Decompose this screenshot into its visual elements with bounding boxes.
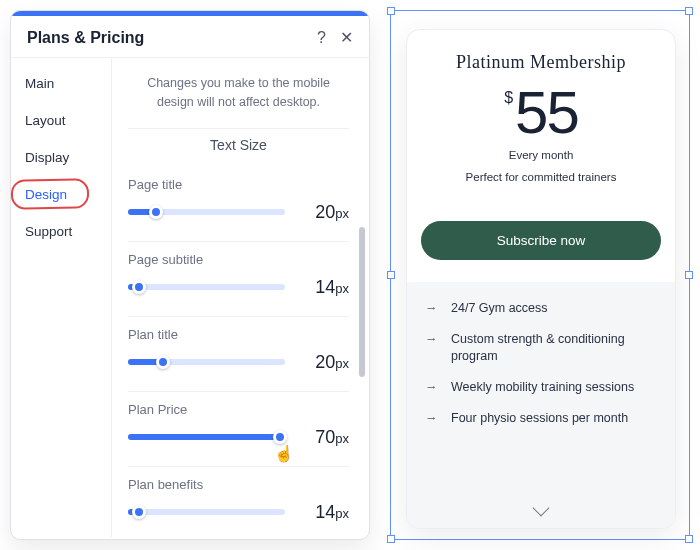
selection-handle[interactable] — [685, 7, 693, 15]
help-icon[interactable]: ? — [317, 29, 326, 47]
feature-item: →Four physio sessions per month — [425, 410, 657, 427]
arrow-right-icon: → — [425, 410, 439, 427]
currency-symbol: $ — [504, 89, 513, 107]
slider-label: Plan title — [128, 327, 349, 342]
panel-title: Plans & Pricing — [27, 29, 144, 47]
text-size-slider[interactable] — [128, 509, 285, 515]
sidebar-item-main[interactable]: Main — [17, 72, 62, 95]
slider-label: Page title — [128, 177, 349, 192]
sidebar-item-support[interactable]: Support — [17, 220, 80, 243]
slider-label: Page subtitle — [128, 252, 349, 267]
slider-value: 70px — [303, 427, 349, 448]
sidebar-item-design[interactable]: Design — [17, 183, 75, 206]
settings-panel: Plans & Pricing ? ✕ Main Layout Display … — [10, 10, 370, 540]
feature-text: 24/7 Gym access — [451, 300, 548, 317]
slider-value: 20px — [303, 352, 349, 373]
text-size-row: Page subtitle 14px — [128, 242, 349, 317]
slider-label: Plan benefits — [128, 477, 349, 492]
plan-title: Platinum Membership — [425, 52, 657, 73]
panel-sidebar: Main Layout Display Design Support — [11, 58, 111, 537]
slider-value: 14px — [303, 502, 349, 523]
selection-handle[interactable] — [685, 535, 693, 543]
subscribe-button[interactable]: Subscribe now — [421, 221, 661, 260]
text-size-row: Plan title 20px — [128, 317, 349, 392]
preview-selection-frame[interactable]: Platinum Membership $ 55 Every month Per… — [390, 10, 690, 540]
info-text: Changes you make to the mobile design wi… — [128, 70, 349, 129]
plan-tagline: Perfect for committed trainers — [425, 171, 657, 183]
expand-button[interactable] — [407, 494, 675, 528]
text-size-row: Page title 20px — [128, 167, 349, 242]
text-size-row: Plan Price ☝ 70px — [128, 392, 349, 467]
arrow-right-icon: → — [425, 331, 439, 365]
text-size-slider[interactable] — [128, 284, 285, 290]
slider-label: Plan Price — [128, 402, 349, 417]
arrow-right-icon: → — [425, 379, 439, 396]
plan-price: $ 55 — [425, 83, 657, 143]
selection-handle[interactable] — [387, 7, 395, 15]
slider-value: 14px — [303, 277, 349, 298]
feature-text: Four physio sessions per month — [451, 410, 628, 427]
feature-text: Weekly mobility training sessions — [451, 379, 634, 396]
panel-content: Changes you make to the mobile design wi… — [111, 58, 369, 537]
text-size-slider[interactable] — [128, 359, 285, 365]
section-title: Text Size — [128, 137, 349, 153]
scrollbar[interactable] — [359, 67, 365, 497]
chevron-down-icon — [533, 500, 550, 517]
pricing-card: Platinum Membership $ 55 Every month Per… — [406, 29, 676, 529]
panel-header: Plans & Pricing ? ✕ — [11, 16, 369, 58]
feature-item: →Weekly mobility training sessions — [425, 379, 657, 396]
selection-handle[interactable] — [685, 271, 693, 279]
text-size-slider[interactable]: ☝ — [128, 434, 285, 440]
billing-period: Every month — [425, 149, 657, 161]
feature-text: Custom strength & conditioning program — [451, 331, 657, 365]
feature-item: →24/7 Gym access — [425, 300, 657, 317]
sidebar-item-layout[interactable]: Layout — [17, 109, 74, 132]
arrow-right-icon: → — [425, 300, 439, 317]
feature-item: →Custom strength & conditioning program — [425, 331, 657, 365]
text-size-slider[interactable] — [128, 209, 285, 215]
selection-handle[interactable] — [387, 535, 395, 543]
features-list: →24/7 Gym access→Custom strength & condi… — [407, 282, 675, 494]
scrollbar-thumb[interactable] — [359, 227, 365, 377]
cursor-hand-icon: ☝ — [274, 444, 294, 463]
slider-value: 20px — [303, 202, 349, 223]
sidebar-item-display[interactable]: Display — [17, 146, 77, 169]
close-icon[interactable]: ✕ — [340, 28, 353, 47]
price-value: 55 — [515, 83, 578, 143]
text-size-row: Plan benefits 14px — [128, 467, 349, 538]
selection-handle[interactable] — [387, 271, 395, 279]
